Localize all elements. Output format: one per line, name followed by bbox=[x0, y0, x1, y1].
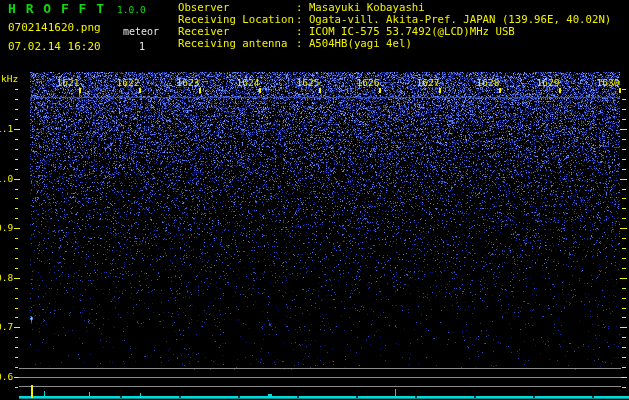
time-label-1628: 1628 bbox=[476, 78, 500, 88]
freq-label-0.7: 0.7 bbox=[0, 322, 13, 332]
time-label-1629: 1629 bbox=[536, 78, 560, 88]
info-row-receiving-antenna: Receiving antenna: A504HB(yagi 4el) bbox=[178, 38, 611, 50]
time-label-1623: 1623 bbox=[176, 78, 200, 88]
time-label-1622: 1622 bbox=[116, 78, 140, 88]
receiver-info-block: Observer: Masayuki KobayashiReceiving Lo… bbox=[178, 2, 611, 50]
channel-number: 1 bbox=[139, 41, 145, 52]
mode-label: meteor bbox=[123, 26, 159, 37]
freq-label-0.6: 0.6 bbox=[0, 372, 13, 382]
info-separator: : bbox=[296, 38, 309, 50]
freq-label-0.8: 0.8 bbox=[0, 273, 13, 283]
time-label-1626: 1626 bbox=[356, 78, 380, 88]
info-label: Receiving antenna bbox=[178, 38, 296, 50]
time-label-1621: 1621 bbox=[56, 78, 80, 88]
time-label-1625: 1625 bbox=[296, 78, 320, 88]
time-label-1624: 1624 bbox=[236, 78, 260, 88]
time-label-1627: 1627 bbox=[416, 78, 440, 88]
info-value: A504HB(yagi 4el) bbox=[309, 38, 412, 50]
freq-label-1.1: 1.1 bbox=[0, 124, 13, 134]
freq-axis-unit-label: kHz bbox=[1, 74, 18, 84]
app-version: 1.0.0 bbox=[117, 4, 146, 15]
app-title: H R O F F T bbox=[8, 3, 105, 15]
output-filename: 0702141620.png bbox=[8, 22, 101, 33]
spectrogram-canvas bbox=[0, 0, 629, 400]
freq-label-0.9: 0.9 bbox=[0, 223, 13, 233]
hrofft-output-screen: H R O F F T 1.0.0 0702141620.png meteor … bbox=[0, 0, 629, 400]
time-label-1630: 1630 bbox=[596, 78, 620, 88]
timestamp: 07.02.14 16:20 bbox=[8, 41, 101, 52]
freq-label-1.0: 1.0 bbox=[0, 174, 13, 184]
